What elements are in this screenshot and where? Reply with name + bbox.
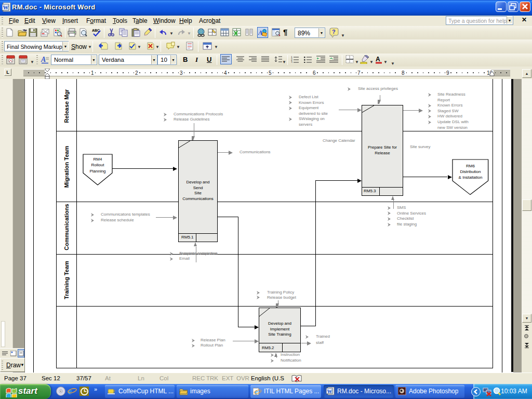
svg-text:W: W [327, 389, 332, 394]
svg-text:3: 3 [291, 61, 292, 63]
svg-text:e: e [255, 388, 258, 395]
svg-text:?: ? [332, 29, 336, 35]
svg-text:A: A [41, 56, 46, 63]
svg-text:e: e [68, 387, 72, 396]
svg-text:W: W [3, 4, 9, 10]
svg-text:A: A [376, 56, 380, 63]
